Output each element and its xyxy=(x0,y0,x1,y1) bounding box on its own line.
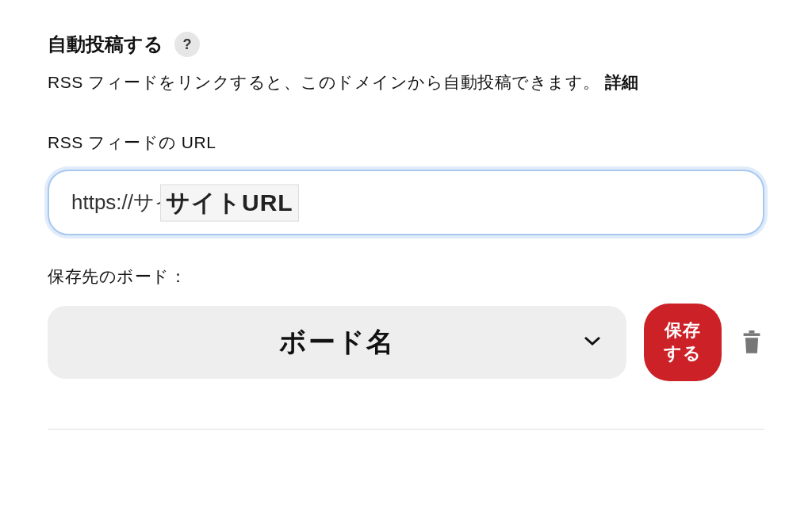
board-row: ボード名 保存 する xyxy=(48,304,764,381)
save-button-label-line1: 保存 xyxy=(665,319,701,342)
save-button-label-line2: する xyxy=(664,342,702,365)
description-body: RSS フィードをリンクすると、このドメインから自動投稿できます。 xyxy=(48,73,600,91)
board-select-label: ボード名 xyxy=(279,324,395,361)
section-title: 自動投稿する xyxy=(48,32,163,57)
site-url-placeholder-tag: サイトURL xyxy=(160,184,299,221)
save-button[interactable]: 保存 する xyxy=(644,304,722,381)
help-icon[interactable]: ? xyxy=(174,32,200,57)
svg-rect-0 xyxy=(744,333,760,335)
rss-url-label: RSS フィードの URL xyxy=(48,132,764,154)
chevron-down-icon xyxy=(584,335,601,349)
details-link[interactable]: 詳細 xyxy=(605,73,639,91)
header-row: 自動投稿する ? xyxy=(48,32,764,57)
trash-icon[interactable] xyxy=(739,330,764,355)
board-label: 保存先のボード： xyxy=(48,265,764,288)
rss-url-input-wrapper: サイトURL xyxy=(48,170,764,235)
section-divider xyxy=(48,429,764,430)
svg-rect-1 xyxy=(749,330,755,333)
board-select[interactable]: ボード名 xyxy=(48,306,626,379)
rss-url-input[interactable] xyxy=(48,170,764,235)
description-text: RSS フィードをリンクすると、このドメインから自動投稿できます。 詳細 xyxy=(48,71,764,94)
